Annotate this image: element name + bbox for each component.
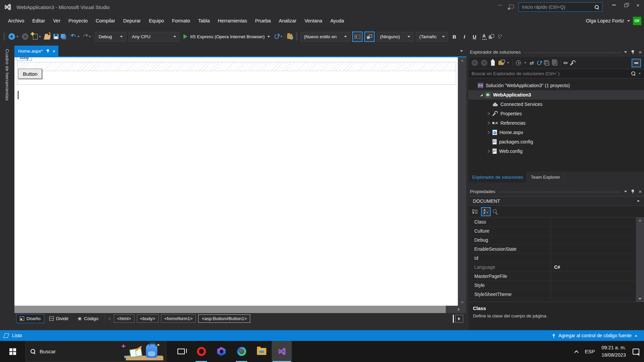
minimize-button[interactable] xyxy=(608,0,620,10)
view-button[interactable]: Diseño xyxy=(16,314,44,323)
search-icon[interactable] xyxy=(631,71,636,76)
horizontal-scrollbar[interactable] xyxy=(14,306,466,313)
tree-row[interactable]: packages.config xyxy=(469,137,644,146)
panel-tab[interactable]: Team Explorer xyxy=(527,172,564,182)
toolbox-strip[interactable]: Cuadro de herramientas xyxy=(0,46,14,330)
tree-row[interactable]: WebApplication3 xyxy=(469,90,644,100)
open-file-button[interactable] xyxy=(43,32,51,42)
close-icon[interactable]: × xyxy=(53,49,56,54)
scroll-up-icon[interactable] xyxy=(461,60,464,61)
pin-icon[interactable] xyxy=(631,50,635,54)
italic-button[interactable]: I xyxy=(460,32,469,42)
property-name[interactable]: Id xyxy=(469,254,551,262)
property-row[interactable]: Style xyxy=(469,281,636,290)
property-pages-icon[interactable] xyxy=(493,209,498,214)
toolbar-overflow-button[interactable] xyxy=(496,32,502,42)
object-selector[interactable]: DOCUMENT xyxy=(469,196,644,206)
property-name[interactable]: Language xyxy=(469,263,551,272)
menu-item[interactable]: Tabla xyxy=(194,17,214,25)
alphabetical-sort-button[interactable]: AZ xyxy=(481,207,491,216)
property-row[interactable]: EnableSessionState xyxy=(469,245,636,254)
tag-chip[interactable]: <asp:Button#Button1> xyxy=(198,314,250,323)
language-indicator[interactable]: ESP xyxy=(585,349,595,354)
background-color-button[interactable] xyxy=(488,32,495,42)
redo-button[interactable] xyxy=(82,32,92,42)
close-icon[interactable]: × xyxy=(639,189,642,194)
target-rule-combo[interactable]: (Ninguno) xyxy=(377,32,414,42)
property-row[interactable]: MasterPageFile xyxy=(469,272,636,281)
categorized-icon[interactable] xyxy=(472,209,478,214)
taskbar-app-button[interactable] xyxy=(231,341,252,362)
property-name[interactable]: EnableSessionState xyxy=(469,245,551,253)
taskbar-app-button[interactable] xyxy=(252,341,272,362)
chevron-down-icon[interactable] xyxy=(627,20,630,22)
menu-item[interactable]: Herramientas xyxy=(214,17,251,25)
property-row[interactable]: Culture xyxy=(469,227,636,236)
tree-row[interactable]: Web.config xyxy=(469,146,644,156)
property-row[interactable]: Class xyxy=(469,218,636,227)
menu-item[interactable]: Compilar xyxy=(92,17,119,25)
body-tag-label[interactable]: body xyxy=(17,57,32,61)
tree-row[interactable]: Home.aspx xyxy=(469,128,644,137)
underline-button[interactable]: U xyxy=(470,32,479,42)
property-name[interactable]: StyleSheetTheme xyxy=(469,290,551,299)
collapse-all-icon[interactable] xyxy=(545,61,549,65)
menu-item[interactable]: Ventana xyxy=(301,17,326,25)
property-name[interactable]: Class xyxy=(469,218,551,226)
panel-splitter[interactable] xyxy=(469,182,644,186)
chevron-down-icon[interactable] xyxy=(507,62,509,64)
font-color-button[interactable]: A xyxy=(481,32,487,42)
properties-scrollbar[interactable] xyxy=(636,218,644,302)
scrollbar-thumb[interactable] xyxy=(14,306,446,313)
font-size-combo[interactable]: (Tamañc xyxy=(416,32,448,42)
pin-icon[interactable] xyxy=(631,189,635,193)
close-button[interactable]: × xyxy=(632,0,644,10)
tag-chip[interactable]: <form#form1> xyxy=(161,314,196,323)
tag-chip[interactable]: <html> xyxy=(114,314,134,323)
taskbar-search-input[interactable]: Buscar xyxy=(25,341,166,362)
user-name[interactable]: Olga Lopez Fortiz xyxy=(586,18,624,23)
property-name[interactable]: Culture xyxy=(469,227,551,235)
form-empty-line[interactable] xyxy=(17,62,456,71)
asp-button-control[interactable]: Button xyxy=(18,69,42,79)
taskbar-app-button[interactable] xyxy=(191,341,211,362)
source-control-action[interactable]: Agregar al control de código fuente xyxy=(552,333,640,338)
property-value[interactable]: C# xyxy=(551,263,636,272)
property-value[interactable] xyxy=(551,245,636,253)
pin-icon[interactable] xyxy=(46,49,49,53)
undo-button[interactable] xyxy=(70,32,81,42)
taskbar-app-button[interactable] xyxy=(171,341,191,362)
navigate-forward-button[interactable] xyxy=(21,32,30,42)
property-name[interactable]: Style xyxy=(469,281,551,290)
form-region[interactable] xyxy=(17,62,456,85)
scroll-right-icon[interactable] xyxy=(458,308,466,311)
design-surface[interactable]: body Button xyxy=(14,57,458,306)
bold-button[interactable]: B xyxy=(450,32,459,42)
view-button[interactable]: Dividir xyxy=(46,314,72,323)
scroll-down-icon[interactable] xyxy=(461,302,464,303)
property-name[interactable]: MasterPageFile xyxy=(469,272,551,281)
chevron-up-icon[interactable] xyxy=(635,335,637,337)
forward-icon[interactable] xyxy=(481,60,487,66)
property-value[interactable] xyxy=(551,281,636,290)
tree-row[interactable]: Properties xyxy=(469,109,644,118)
toolbar-grip[interactable] xyxy=(3,33,5,41)
css-target-rule-button[interactable] xyxy=(352,32,363,42)
property-value[interactable] xyxy=(551,218,636,226)
home-icon[interactable] xyxy=(490,61,495,66)
document-list-chevron-icon[interactable] xyxy=(460,50,463,52)
close-icon[interactable]: × xyxy=(639,50,642,55)
tag-nav-right-button[interactable] xyxy=(455,315,463,323)
configuration-combo[interactable]: Debug xyxy=(95,32,126,42)
solution-explorer-titlebar[interactable]: Explorador de soluciones × xyxy=(469,47,644,57)
save-all-button[interactable] xyxy=(61,32,68,42)
tree-row[interactable]: Referencias xyxy=(469,118,644,128)
preview-selected-items-button[interactable] xyxy=(632,59,641,67)
menu-item[interactable]: Equipo xyxy=(145,17,168,25)
chevron-down-icon[interactable] xyxy=(267,36,270,38)
tree-row[interactable]: Solución "WebApplication3" (1 proyecto) xyxy=(469,81,644,90)
back-icon[interactable] xyxy=(472,60,478,66)
vertical-scrollbar[interactable] xyxy=(458,57,466,306)
scroll-down-icon[interactable] xyxy=(639,298,641,300)
pending-changes-filter-icon[interactable] xyxy=(516,60,521,65)
